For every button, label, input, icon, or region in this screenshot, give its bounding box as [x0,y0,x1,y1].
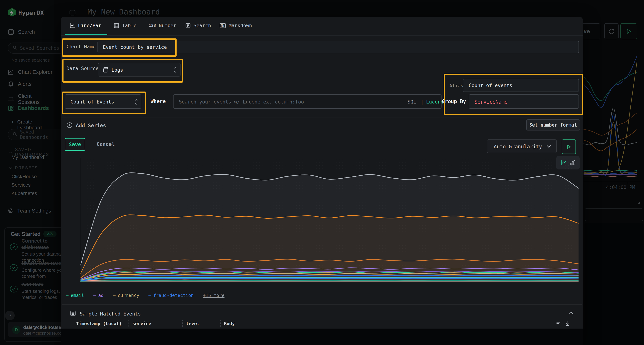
list-icon [70,311,76,317]
column-header-timestamp[interactable]: Timestamp (Local) [76,321,122,326]
dashboard-run-button[interactable] [620,23,637,39]
tab-search[interactable]: Search [185,23,211,28]
saved-searches-placeholder: Saved Searches [20,45,59,51]
alias-input[interactable]: Count of events [463,79,579,92]
chart-legend: — email — ad — currency — fraud-detectio… [66,293,232,298]
sidebar-item-search[interactable]: Search [8,29,35,35]
sidebar-item-clickhouse[interactable]: ClickHouse [12,174,37,179]
panel-resize-handle[interactable] [636,200,640,204]
help-button[interactable]: ? [5,311,15,320]
sidebar-item-label: Client Sessions [18,93,54,105]
create-dashboard-button[interactable]: + Create Dashboard [11,119,54,130]
sidebar-item-label: Dashboards [18,105,49,111]
refresh-button[interactable] [604,23,618,39]
refresh-icon [608,28,615,35]
legend-swatch: — [113,293,116,298]
bell-icon [8,81,14,87]
sidebar-item-services[interactable]: Services [12,182,30,188]
legend-item[interactable]: — fraud-detection [148,293,194,298]
sort-icon[interactable] [556,321,562,327]
collapse-chevron-up-icon[interactable] [568,312,574,316]
main-chart-svg[interactable] [80,158,578,282]
plus-circle-icon [66,122,73,129]
tab-table[interactable]: Table [114,23,136,28]
column-header-level[interactable]: level [186,321,200,326]
lucene-mode-toggle[interactable]: Lucene [426,99,444,105]
group-by-input[interactable]: ServiceName [469,94,579,109]
where-input[interactable]: Search your events w/ Lucene ex. column:… [173,94,442,109]
cancel-button[interactable]: Cancel [96,141,115,147]
tab-number[interactable]: 123 Number [149,23,176,28]
saved-searches-input[interactable]: Saved Searches [8,42,69,54]
save-button[interactable]: Save [65,138,85,151]
legend-more-link[interactable]: +15 more [203,293,224,298]
granularity-select[interactable]: Auto Granularity [487,139,557,153]
check-circle-icon [10,285,18,293]
sidebar-item-alerts[interactable]: Alerts [8,81,32,87]
download-icon[interactable] [565,321,570,327]
chevron-down-icon [8,150,12,155]
legend-item[interactable]: — ad [94,293,104,298]
tab-label: Table [122,23,136,28]
legend-item[interactable]: — currency [113,293,139,298]
line-chart-icon [8,69,14,75]
alias-value: Count of events [469,83,578,88]
sql-mode-toggle[interactable]: SQL [408,99,416,105]
chart-name-value: Event count by service [103,44,578,50]
sidebar-item-client-sessions[interactable]: Client Sessions [8,93,54,105]
hyperdx-logo-icon[interactable] [8,8,16,17]
sidebar-item-my-dashboard[interactable]: My Dashboard [12,154,44,160]
magnifier-icon [12,132,17,137]
column-separator[interactable] [220,320,221,327]
data-source-select[interactable]: Logs [98,63,180,76]
check-circle-icon [10,243,18,251]
topbar-divider [54,0,54,23]
sidebar-item-kubernetes[interactable]: Kubernetes [12,191,37,196]
column-separator[interactable] [182,320,183,327]
background-panel-box [584,223,643,345]
y-axis-line [80,158,80,282]
saved-dashboards-input[interactable]: Saved Dashboards [8,129,69,140]
no-saved-searches-text: No saved searches [12,57,50,63]
add-series-button[interactable]: Add Series [66,122,106,129]
sidebar-item-chart-explorer[interactable]: Chart Explorer [8,69,52,75]
background-chart-time-label: 4:04:00 PM [606,184,635,190]
tab-line-bar[interactable]: Line/Bar [70,23,101,28]
aggregation-select[interactable]: Count of Events [65,94,141,109]
column-separator[interactable] [128,320,129,327]
section-presets[interactable]: PRESETS [8,166,38,170]
legend-swatch: — [66,293,68,298]
tabbar-divider [61,35,583,35]
page-title: My New Dashboard [88,7,160,16]
check-circle-icon [10,264,18,271]
sample-events-header[interactable]: Sample Matched Events [70,311,141,317]
column-header-service[interactable]: service [132,321,151,326]
legend-swatch: — [94,293,96,298]
group-by-value: ServiceName [474,99,578,105]
add-series-label: Add Series [76,123,106,128]
legend-label: currency [118,293,139,298]
sidebar-collapse-icon[interactable] [69,9,76,16]
legend-label: fraud-detection [153,293,194,298]
background-chart-tick [627,182,627,184]
legend-label: ad [98,293,104,298]
background-chart-axis [584,182,641,182]
column-header-body[interactable]: Body [224,321,235,326]
dashboard-grid-icon [8,105,14,111]
chart-name-input[interactable]: Event count by service [98,41,579,53]
markdown-icon: M↓ [220,23,226,28]
where-placeholder: Search your events w/ Lucene ex. column:… [179,99,304,105]
sidebar-item-team-settings[interactable]: Team Settings [7,208,51,214]
legend-item[interactable]: — email [66,293,84,298]
sidebar-item-label: Search [18,29,35,35]
set-number-format-button[interactable]: Set number format [526,119,580,130]
sidebar-item-dashboards[interactable]: Dashboards [8,105,49,111]
chart-run-button[interactable] [562,139,576,154]
background-chart-svg [584,52,637,182]
active-tab-underline [65,34,107,35]
play-icon [567,144,571,149]
number-123-icon: 123 [149,23,156,28]
select-chevrons-icon [134,98,138,106]
avatar: D [12,326,20,334]
tab-markdown[interactable]: M↓ Markdown [220,23,252,28]
